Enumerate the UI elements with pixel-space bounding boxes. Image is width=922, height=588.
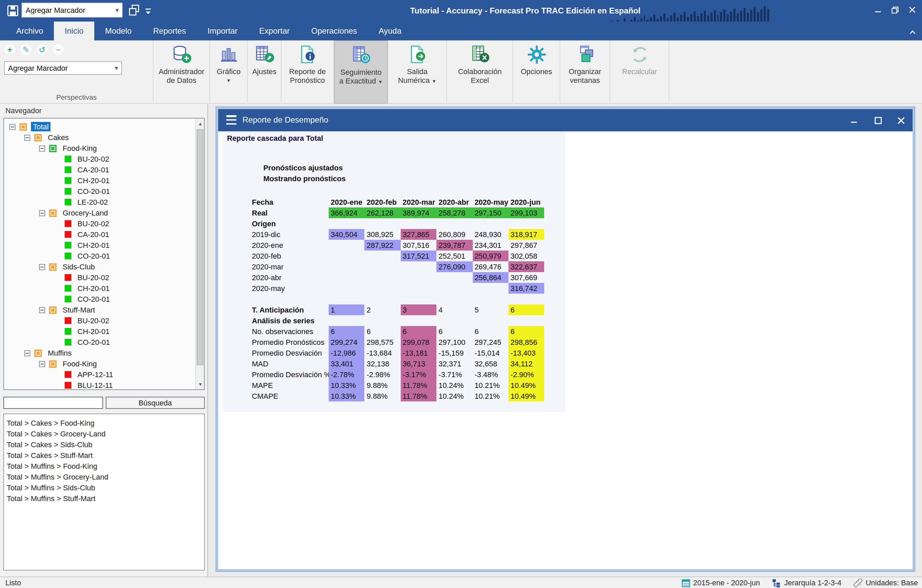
- tree-item[interactable]: APP-12-11: [54, 369, 115, 380]
- tree-item[interactable]: BU-20-02: [54, 154, 111, 164]
- report-titlebar[interactable]: Reporte de Desempeño: [218, 109, 912, 131]
- tree-item-label[interactable]: CO-20-01: [75, 337, 112, 347]
- tree-expander-icon[interactable]: [39, 307, 45, 313]
- scrollbar-thumb[interactable]: [197, 129, 203, 365]
- tree-item-label[interactable]: CA-20-01: [75, 165, 111, 175]
- tree-item-label[interactable]: Food-King: [60, 359, 99, 368]
- navigator-path-item[interactable]: Total > Cakes > Grocery-Land: [7, 428, 106, 439]
- tree-item[interactable]: CO-20-01: [54, 186, 112, 197]
- menu-tab-importar[interactable]: Importar: [197, 21, 248, 41]
- tree-item[interactable]: Cakes: [24, 132, 71, 143]
- arrange-windows-button[interactable]: Organizarventanas: [560, 41, 610, 104]
- tree-item[interactable]: CH-20-01: [54, 240, 111, 251]
- tree-item-label[interactable]: BU-20-02: [75, 273, 111, 282]
- remove-icon[interactable]: −: [52, 44, 64, 55]
- tree-item[interactable]: BU-20-02: [54, 315, 111, 326]
- menu-tab-operaciones[interactable]: Operaciones: [300, 21, 368, 41]
- tree-item-label[interactable]: Total: [31, 122, 51, 131]
- tree-item[interactable]: LE-20-02: [54, 197, 110, 207]
- tree-item-label[interactable]: Muffins: [46, 348, 74, 358]
- tree-item[interactable]: Food-King: [39, 143, 99, 154]
- tree-item-label[interactable]: Grocery-Land: [60, 208, 110, 217]
- perspectives-combo[interactable]: Agregar Marcador ▼: [4, 61, 122, 75]
- tree-item[interactable]: Muffins: [24, 348, 74, 358]
- tree-item[interactable]: CA-20-01: [54, 164, 111, 175]
- tree-item[interactable]: CH-20-01: [54, 326, 111, 337]
- switch-windows-icon[interactable]: [128, 4, 140, 16]
- navigator-path-item[interactable]: Total > Cakes > Sids-Club: [7, 439, 92, 450]
- tree-item-label[interactable]: CO-20-01: [75, 186, 112, 196]
- tree-item-label[interactable]: APP-12-11: [75, 370, 115, 379]
- menu-tab-reportes[interactable]: Reportes: [142, 21, 197, 41]
- search-button[interactable]: Búsqueda: [106, 397, 205, 409]
- navigator-path-item[interactable]: Total > Cakes > Food-King: [7, 418, 95, 428]
- navigator-path-item[interactable]: Total > Cakes > Stuff-Mart: [7, 450, 93, 461]
- tree-expander-icon[interactable]: [24, 350, 30, 356]
- chevron-down-icon[interactable]: ▼: [113, 7, 122, 13]
- tree-item[interactable]: CO-20-01: [54, 337, 112, 348]
- tree-item-label[interactable]: LE-20-02: [75, 198, 110, 207]
- tree-item[interactable]: BU-20-02: [54, 272, 111, 283]
- close-button[interactable]: [905, 4, 919, 15]
- menu-icon[interactable]: [226, 115, 236, 124]
- edit-icon[interactable]: ✎: [20, 44, 32, 55]
- tree-item-label[interactable]: BU-20-02: [75, 154, 111, 164]
- tree-item-label[interactable]: CH-20-01: [75, 240, 111, 250]
- tree-item[interactable]: Grocery-Land: [39, 207, 110, 218]
- accuracy-tracking-button[interactable]: Seguimientoa Exactitud ▼: [334, 41, 388, 104]
- chart-button[interactable]: Gráfico▼: [210, 41, 248, 104]
- menu-tab-modelo[interactable]: Modelo: [94, 21, 142, 41]
- menu-tab-archivo[interactable]: Archivo: [5, 21, 54, 41]
- restore-button[interactable]: [888, 4, 902, 15]
- menu-tab-ayuda[interactable]: Ayuda: [368, 21, 412, 41]
- tree-item[interactable]: Stuff-Mart: [39, 304, 97, 315]
- numeric-output-button[interactable]: SalidaNumérica ▼: [388, 41, 447, 104]
- tree-item-label[interactable]: Cakes: [46, 133, 71, 142]
- navigator-path-item[interactable]: Total > Muffins > Stuff-Mart: [7, 493, 95, 504]
- tree-item-label[interactable]: Sids-Club: [60, 262, 96, 271]
- tree-item-label[interactable]: CA-20-01: [75, 230, 111, 239]
- data-manager-button[interactable]: Administradorde Datos: [154, 41, 210, 104]
- tree-item[interactable]: CO-20-01: [54, 294, 112, 304]
- report-close-button[interactable]: [894, 114, 909, 126]
- tree-item-label[interactable]: Food-King: [60, 144, 99, 153]
- tree-item-label[interactable]: CO-20-01: [75, 294, 112, 304]
- qat-bookmark-combo[interactable]: Agregar Marcador ▼: [21, 3, 123, 18]
- tree-expander-icon[interactable]: [24, 134, 30, 140]
- options-button[interactable]: Opciones: [513, 41, 560, 104]
- overrides-button[interactable]: Ajustes: [248, 41, 281, 104]
- tree-item-label[interactable]: BU-20-02: [75, 316, 111, 325]
- tree-item-label[interactable]: BU-20-02: [75, 219, 111, 228]
- tree-expander-icon[interactable]: [39, 210, 45, 216]
- tree-item-label[interactable]: CH-20-01: [75, 327, 111, 336]
- scroll-up-icon[interactable]: ▲: [196, 119, 205, 129]
- tree-item-label[interactable]: BLU-12-11: [75, 381, 115, 390]
- collapse-ribbon-icon[interactable]: [909, 27, 917, 35]
- tree-item-label[interactable]: Stuff-Mart: [60, 305, 97, 315]
- tree-item[interactable]: Sids-Club: [39, 261, 96, 272]
- tree-expander-icon[interactable]: [39, 361, 45, 367]
- tree-item[interactable]: Total: [10, 121, 51, 132]
- tree-item[interactable]: CO-20-01: [54, 251, 112, 261]
- tree-scrollbar[interactable]: ▲ ▼: [195, 119, 204, 389]
- customize-qat-icon[interactable]: [144, 6, 152, 14]
- tree-item[interactable]: CH-20-01: [54, 175, 111, 186]
- tree-item-label[interactable]: CO-20-01: [75, 251, 112, 261]
- status-hierarchy[interactable]: Jerarquía 1-2-3-4: [772, 578, 842, 587]
- navigator-search-input[interactable]: [3, 397, 103, 409]
- navigator-path-item[interactable]: Total > Muffins > Food-King: [7, 461, 97, 472]
- tree-item[interactable]: Food-King: [39, 358, 99, 369]
- tree-expander-icon[interactable]: [10, 124, 15, 130]
- status-date-range[interactable]: 2015-ene - 2020-jun: [682, 578, 760, 587]
- tree-expander-icon[interactable]: [39, 264, 45, 270]
- save-icon[interactable]: [7, 5, 19, 17]
- navigator-path-item[interactable]: Total > Muffins > Sids-Club: [7, 482, 95, 493]
- tree-item-label[interactable]: CH-20-01: [75, 284, 111, 293]
- undo-icon[interactable]: ↺: [36, 44, 48, 55]
- scroll-down-icon[interactable]: ▼: [196, 379, 205, 389]
- minimize-button[interactable]: [871, 4, 884, 15]
- tree-item-label[interactable]: CH-20-01: [75, 176, 111, 185]
- tree-expander-icon[interactable]: [39, 145, 45, 151]
- add-icon[interactable]: +: [4, 44, 15, 55]
- menu-tab-inicio[interactable]: Inicio: [54, 21, 94, 41]
